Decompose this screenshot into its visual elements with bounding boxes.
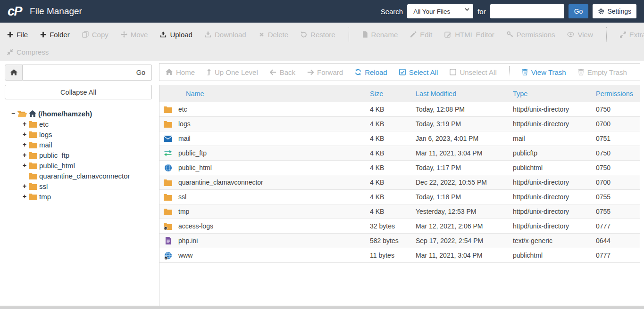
search-scope-native-select[interactable]: All Your Files [407, 4, 473, 18]
file-name: public_html [178, 164, 212, 171]
table-row[interactable]: etc 4 KB Today, 12:08 PM httpd/unix-dire… [159, 102, 640, 117]
tree-item[interactable]: quarantine_clamavconnector [5, 171, 152, 181]
toolbar-button[interactable]: Compress [7, 48, 49, 56]
file-permissions: 0700 [596, 179, 640, 186]
toolbar-button[interactable]: Folder [40, 31, 70, 39]
table-row[interactable]: logs 4 KB Today, 3:19 PM httpd/unix-dire… [159, 117, 640, 131]
tree-item[interactable]: + etc [5, 119, 152, 129]
trash-icon [522, 69, 528, 75]
toolbar-button[interactable]: Edit [410, 31, 432, 39]
expand-toggle[interactable]: + [23, 130, 29, 138]
settings-button[interactable]: Settings [593, 4, 636, 18]
table-row[interactable]: php.ini 582 bytes Sep 17, 2022, 2:54 PM … [159, 234, 640, 248]
table-row[interactable]: mail 4 KB Jan 6, 2023, 4:01 PM mail 0751 [159, 131, 640, 146]
search-input[interactable] [490, 4, 564, 18]
file-size: 4 KB [370, 135, 416, 142]
nav-button[interactable]: Empty Trash [578, 68, 627, 76]
tree-item-label: logs [39, 130, 52, 138]
expand-toggle[interactable]: + [23, 151, 29, 159]
restore-icon [301, 31, 307, 38]
table-row[interactable]: public_html 4 KB Today, 1:17 PM publicht… [159, 161, 640, 175]
file-permissions: 0751 [596, 135, 640, 142]
tree-item[interactable]: + public_ftp [5, 150, 152, 160]
tree-item[interactable]: + public_html [5, 160, 152, 171]
file-name: www [178, 252, 192, 259]
file-type: httpd/unix-directory [513, 179, 596, 186]
file-type: text/x-generic [513, 237, 596, 244]
search-label: Search [381, 8, 403, 16]
toolbar-button[interactable]: File [7, 31, 28, 39]
toolbar-button[interactable]: Permissions [507, 31, 555, 39]
path-go-button[interactable]: Go [130, 65, 152, 81]
tree-item-label: public_html [39, 162, 75, 170]
tree-item[interactable]: + mail [5, 139, 152, 150]
file-type: publichtml [513, 164, 596, 171]
nav-button[interactable]: Unselect All [450, 68, 496, 76]
table-row[interactable]: access-logs 32 bytes Mar 12, 2021, 2:06 … [159, 219, 640, 234]
file-size: 32 bytes [370, 222, 416, 230]
nav-button-label: Select All [409, 68, 438, 76]
toolbar-button[interactable]: View [567, 31, 593, 39]
expand-toggle[interactable]: + [23, 141, 29, 148]
rename-icon [362, 31, 368, 38]
view-icon [567, 32, 574, 37]
nav-button[interactable]: Reload [355, 68, 387, 76]
toolbar-button[interactable]: Move [121, 31, 148, 39]
folder-icon [29, 131, 37, 138]
tree-item[interactable]: + logs [5, 129, 152, 139]
nav-button[interactable]: Up One Level [207, 68, 258, 76]
nav-button-label: View Trash [531, 68, 566, 76]
folder-icon [163, 121, 173, 128]
table-row[interactable]: quarantine_clamavconnector 4 KB Dec 22, … [159, 175, 640, 190]
folder-icon [29, 172, 37, 179]
toolbar-row-2: Compress [7, 48, 637, 56]
column-header-modified[interactable]: Last Modified [416, 90, 513, 98]
nav-button[interactable]: Forward [307, 68, 343, 76]
nav-button[interactable]: Select All [399, 68, 438, 76]
column-header-name[interactable]: Name [159, 90, 370, 98]
toolbar-button[interactable]: Rename [362, 31, 398, 39]
expand-toggle[interactable]: − [11, 110, 17, 117]
expand-toggle[interactable]: + [23, 193, 29, 200]
file-permissions: 0777 [596, 222, 640, 230]
expand-toggle[interactable]: + [23, 182, 29, 190]
home-button[interactable] [5, 65, 23, 81]
expand-toggle[interactable]: + [23, 120, 29, 128]
search-go-button[interactable]: Go [569, 4, 589, 18]
nav-button[interactable]: View Trash [522, 68, 566, 76]
toolbar-button[interactable]: Copy [82, 31, 109, 39]
nav-button[interactable]: Back [270, 68, 295, 76]
expand-toggle[interactable]: + [23, 162, 29, 169]
column-header-permissions[interactable]: Permissions [596, 90, 640, 98]
nav-button[interactable]: Home [166, 68, 195, 76]
tree-item[interactable]: + tmp [5, 191, 152, 202]
toolbar-button[interactable]: Upload [160, 31, 192, 39]
file-type: httpd/unix-directory [513, 193, 596, 201]
folder-icon [163, 194, 173, 201]
folder-icon [163, 179, 173, 186]
tree-item[interactable]: − (/home/hamzeh) [5, 108, 152, 119]
table-row[interactable]: tmp 4 KB Yesterday, 12:53 PM httpd/unix-… [159, 204, 640, 219]
toolbar-button[interactable]: HTML Editor [444, 31, 494, 39]
tree-item-label: public_ftp [39, 151, 69, 159]
file-type: publichtml [513, 252, 596, 259]
tree-item[interactable]: + ssl [5, 181, 152, 191]
toolbar-button[interactable]: Restore [301, 31, 335, 39]
table-row[interactable]: public_ftp 4 KB Mar 11, 2021, 3:04 PM pu… [159, 146, 640, 161]
column-header-size[interactable]: Size [370, 90, 416, 98]
table-row[interactable]: www 11 bytes Mar 11, 2021, 3:04 PM publi… [159, 248, 640, 263]
toolbar-button[interactable]: Download [205, 31, 246, 39]
file-permissions: 0644 [596, 237, 640, 244]
folder-icon [29, 183, 37, 190]
table-row[interactable]: ssl 4 KB Today, 1:18 PM httpd/unix-direc… [159, 190, 640, 204]
collapse-all-button[interactable]: Collapse All [5, 85, 152, 99]
nav-button-label: Empty Trash [587, 68, 627, 76]
file-table: Name Size Last Modified Type Permissions… [159, 85, 640, 309]
column-header-type[interactable]: Type [513, 90, 596, 98]
file-modified: Mar 12, 2021, 2:06 PM [416, 222, 513, 230]
path-input[interactable] [23, 65, 130, 81]
toolbar-button[interactable]: Delete [259, 31, 288, 39]
search-scope-select[interactable]: All Your Files [407, 4, 473, 18]
toolbar-button[interactable]: Extract [620, 31, 644, 39]
sidebar: Go Collapse All − (/home/hamzeh) + etc [0, 61, 157, 309]
